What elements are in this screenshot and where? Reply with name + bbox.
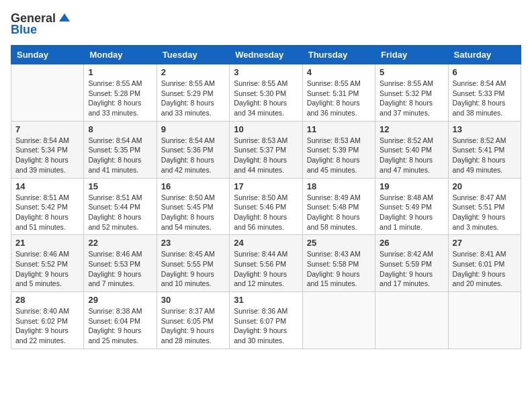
calendar-week-row: 14Sunrise: 8:51 AM Sunset: 5:42 PM Dayli… [11,178,521,235]
day-info: Sunrise: 8:47 AM Sunset: 5:51 PM Dayligh… [453,193,517,232]
calendar-cell: 25Sunrise: 8:43 AM Sunset: 5:58 PM Dayli… [302,235,375,292]
day-number: 14 [15,181,79,191]
calendar-week-row: 1Sunrise: 8:55 AM Sunset: 5:28 PM Daylig… [11,64,521,122]
calendar-cell: 7Sunrise: 8:54 AM Sunset: 5:34 PM Daylig… [11,121,84,178]
day-number: 7 [15,124,79,134]
day-info: Sunrise: 8:53 AM Sunset: 5:39 PM Dayligh… [307,136,371,175]
day-number: 20 [453,181,517,191]
calendar-cell: 24Sunrise: 8:44 AM Sunset: 5:56 PM Dayli… [230,235,302,292]
day-info: Sunrise: 8:55 AM Sunset: 5:29 PM Dayligh… [161,79,225,118]
day-info: Sunrise: 8:55 AM Sunset: 5:30 PM Dayligh… [234,79,298,118]
day-number: 8 [88,124,152,134]
calendar-cell: 26Sunrise: 8:42 AM Sunset: 5:59 PM Dayli… [375,235,448,292]
page-header: General Blue [11,11,521,37]
calendar-cell: 18Sunrise: 8:49 AM Sunset: 5:48 PM Dayli… [302,178,375,235]
calendar-week-row: 7Sunrise: 8:54 AM Sunset: 5:34 PM Daylig… [11,121,521,178]
day-number: 15 [88,181,152,191]
weekday-header-thursday: Thursday [302,46,375,64]
day-number: 22 [88,238,152,248]
calendar-cell [375,292,448,349]
calendar-cell: 4Sunrise: 8:55 AM Sunset: 5:31 PM Daylig… [302,64,375,122]
calendar-cell: 2Sunrise: 8:55 AM Sunset: 5:29 PM Daylig… [157,64,229,122]
day-number: 4 [307,67,371,77]
day-number: 17 [234,181,298,191]
calendar-cell: 5Sunrise: 8:55 AM Sunset: 5:32 PM Daylig… [375,64,448,122]
day-number: 3 [234,67,298,77]
day-info: Sunrise: 8:42 AM Sunset: 5:59 PM Dayligh… [380,249,443,289]
day-number: 19 [380,181,443,191]
day-number: 30 [161,295,225,305]
day-number: 10 [234,124,298,134]
calendar-cell: 23Sunrise: 8:45 AM Sunset: 5:55 PM Dayli… [157,235,229,292]
day-number: 26 [380,238,443,248]
day-number: 27 [453,238,517,248]
calendar-table: SundayMondayTuesdayWednesdayThursdayFrid… [11,45,521,349]
day-info: Sunrise: 8:54 AM Sunset: 5:34 PM Dayligh… [15,136,79,175]
calendar-cell [11,64,84,122]
day-info: Sunrise: 8:51 AM Sunset: 5:42 PM Dayligh… [15,193,79,232]
day-info: Sunrise: 8:38 AM Sunset: 6:04 PM Dayligh… [88,306,152,346]
calendar-cell: 3Sunrise: 8:55 AM Sunset: 5:30 PM Daylig… [230,64,302,122]
day-number: 25 [307,238,371,248]
day-number: 31 [234,295,298,305]
day-number: 2 [161,67,225,77]
calendar-cell: 28Sunrise: 8:40 AM Sunset: 6:02 PM Dayli… [11,292,84,349]
day-info: Sunrise: 8:48 AM Sunset: 5:49 PM Dayligh… [380,193,443,232]
day-info: Sunrise: 8:36 AM Sunset: 6:07 PM Dayligh… [234,306,298,346]
day-info: Sunrise: 8:46 AM Sunset: 5:53 PM Dayligh… [88,249,152,289]
day-info: Sunrise: 8:41 AM Sunset: 6:01 PM Dayligh… [453,249,517,289]
day-info: Sunrise: 8:54 AM Sunset: 5:35 PM Dayligh… [88,136,152,175]
weekday-header-wednesday: Wednesday [230,46,302,64]
day-number: 12 [380,124,443,134]
day-number: 9 [161,124,225,134]
calendar-cell: 27Sunrise: 8:41 AM Sunset: 6:01 PM Dayli… [448,235,521,292]
logo-triangle-icon [59,12,70,26]
svg-marker-0 [59,13,70,21]
calendar-cell: 31Sunrise: 8:36 AM Sunset: 6:07 PM Dayli… [230,292,302,349]
calendar-cell: 19Sunrise: 8:48 AM Sunset: 5:49 PM Dayli… [375,178,448,235]
calendar-cell: 16Sunrise: 8:50 AM Sunset: 5:45 PM Dayli… [157,178,229,235]
calendar-cell [302,292,375,349]
calendar-cell: 22Sunrise: 8:46 AM Sunset: 5:53 PM Dayli… [84,235,157,292]
weekday-header-tuesday: Tuesday [157,46,229,64]
day-info: Sunrise: 8:55 AM Sunset: 5:32 PM Dayligh… [380,79,443,118]
day-info: Sunrise: 8:54 AM Sunset: 5:33 PM Dayligh… [453,79,517,118]
day-number: 21 [15,238,79,248]
calendar-cell: 8Sunrise: 8:54 AM Sunset: 5:35 PM Daylig… [84,121,157,178]
calendar-week-row: 21Sunrise: 8:46 AM Sunset: 5:52 PM Dayli… [11,235,521,292]
weekday-header-monday: Monday [84,46,157,64]
calendar-cell: 13Sunrise: 8:52 AM Sunset: 5:41 PM Dayli… [448,121,521,178]
day-number: 18 [307,181,371,191]
calendar-cell: 30Sunrise: 8:37 AM Sunset: 6:05 PM Dayli… [157,292,229,349]
day-info: Sunrise: 8:55 AM Sunset: 5:28 PM Dayligh… [88,79,152,118]
day-number: 29 [88,295,152,305]
day-info: Sunrise: 8:50 AM Sunset: 5:45 PM Dayligh… [161,193,225,232]
day-info: Sunrise: 8:52 AM Sunset: 5:40 PM Dayligh… [380,136,443,175]
weekday-header-sunday: Sunday [11,46,84,64]
day-info: Sunrise: 8:37 AM Sunset: 6:05 PM Dayligh… [161,306,225,346]
calendar-header-row: SundayMondayTuesdayWednesdayThursdayFrid… [11,46,521,64]
day-info: Sunrise: 8:52 AM Sunset: 5:41 PM Dayligh… [453,136,517,175]
calendar-cell: 6Sunrise: 8:54 AM Sunset: 5:33 PM Daylig… [448,64,521,122]
calendar-cell: 9Sunrise: 8:54 AM Sunset: 5:36 PM Daylig… [157,121,229,178]
day-info: Sunrise: 8:55 AM Sunset: 5:31 PM Dayligh… [307,79,371,118]
calendar-week-row: 28Sunrise: 8:40 AM Sunset: 6:02 PM Dayli… [11,292,521,349]
calendar-cell: 1Sunrise: 8:55 AM Sunset: 5:28 PM Daylig… [84,64,157,122]
logo-blue-text: Blue [11,23,37,37]
day-info: Sunrise: 8:51 AM Sunset: 5:44 PM Dayligh… [88,193,152,232]
logo: General Blue [11,11,70,37]
day-number: 13 [453,124,517,134]
calendar-cell: 20Sunrise: 8:47 AM Sunset: 5:51 PM Dayli… [448,178,521,235]
weekday-header-friday: Friday [375,46,448,64]
day-number: 1 [88,67,152,77]
day-number: 6 [453,67,517,77]
calendar-cell: 29Sunrise: 8:38 AM Sunset: 6:04 PM Dayli… [84,292,157,349]
calendar-cell: 11Sunrise: 8:53 AM Sunset: 5:39 PM Dayli… [302,121,375,178]
day-info: Sunrise: 8:46 AM Sunset: 5:52 PM Dayligh… [15,249,79,289]
day-number: 11 [307,124,371,134]
day-number: 28 [15,295,79,305]
calendar-cell [448,292,521,349]
day-info: Sunrise: 8:53 AM Sunset: 5:37 PM Dayligh… [234,136,298,175]
day-info: Sunrise: 8:54 AM Sunset: 5:36 PM Dayligh… [161,136,225,175]
day-number: 24 [234,238,298,248]
